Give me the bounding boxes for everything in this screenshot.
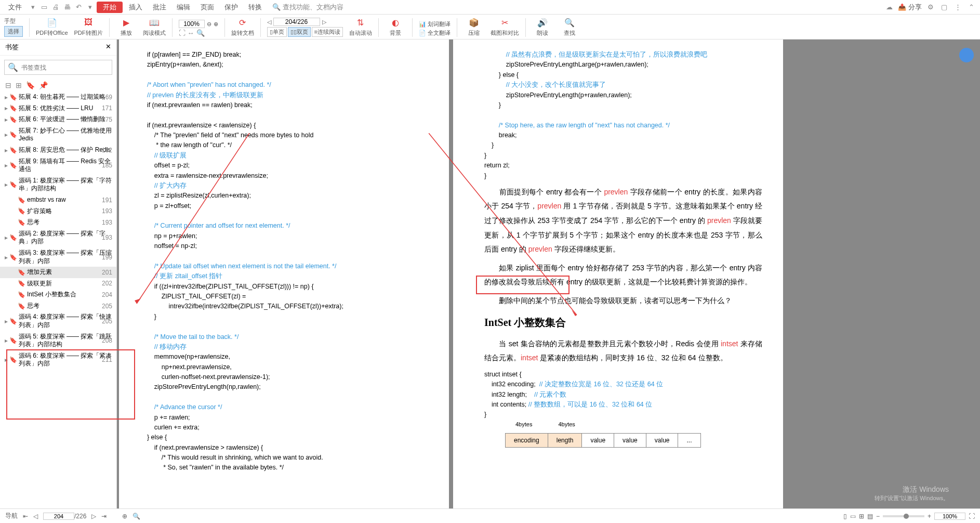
- window-icon[interactable]: ▢: [939, 3, 949, 12]
- expand-arrow-icon[interactable]: ▸: [3, 94, 9, 101]
- bookmark-item[interactable]: 🔖思考205: [0, 300, 116, 312]
- view4-icon[interactable]: ▤: [867, 513, 873, 520]
- page-input[interactable]: [273, 18, 320, 26]
- bookmark-item[interactable]: ▸🔖源码 6: 极度深寒 —— 探索「紧凑列表」内部211: [0, 350, 116, 370]
- first-page-icon[interactable]: ⇤: [23, 513, 28, 520]
- pin-icon[interactable]: 📌: [39, 81, 48, 89]
- expand-arrow-icon[interactable]: ▸: [3, 356, 9, 363]
- file-menu[interactable]: 文件: [4, 2, 26, 13]
- expand-arrow-icon[interactable]: ▸: [3, 116, 9, 123]
- fullscreen-icon[interactable]: ⛶: [969, 513, 975, 520]
- zoom-in-icon[interactable]: ⊕: [214, 21, 218, 28]
- double-page-button[interactable]: ▯▯双页: [288, 27, 311, 37]
- expand-arrow-icon[interactable]: ▸: [3, 104, 9, 112]
- bookmark-item[interactable]: ▸🔖源码 5: 极度深寒 —— 探索「跳跃列表」内部结构208: [0, 331, 116, 350]
- bookmark-item[interactable]: ▸🔖拓展 8: 居安思危 —— 保护 Redis182: [0, 145, 116, 156]
- zoom-in-status[interactable]: +: [928, 513, 931, 520]
- gear-icon[interactable]: ⚙: [926, 3, 935, 12]
- autoscroll-icon[interactable]: ⇅: [355, 17, 366, 28]
- zoom-out-icon[interactable]: ⊖: [207, 21, 211, 28]
- bookmark-item[interactable]: ▸🔖源码 3: 极度深寒 —— 探索「压缩列表」内部199: [0, 247, 116, 267]
- compress-icon[interactable]: 📦: [468, 17, 480, 28]
- last-page-icon[interactable]: ⇥: [101, 513, 107, 520]
- next-icon[interactable]: ▷: [91, 513, 96, 520]
- hand-tool-label[interactable]: 手型: [4, 17, 23, 25]
- add-icon[interactable]: ⊕: [122, 513, 127, 520]
- bookmark-icon[interactable]: 🔖: [26, 81, 35, 89]
- read-icon[interactable]: 🔊: [537, 17, 548, 28]
- bookmark-item[interactable]: 🔖扩容策略193: [0, 206, 116, 217]
- search-hint[interactable]: 🔍 查找功能、文档内容: [268, 3, 343, 12]
- mag-icon[interactable]: 🔍: [196, 29, 205, 37]
- bookmark-item[interactable]: ▸🔖拓展 7: 妙手仁心 —— 优雅地使用 Jedis: [0, 125, 116, 145]
- cloud-icon[interactable]: ☁: [884, 3, 894, 12]
- next-page-icon[interactable]: ▷: [322, 19, 326, 25]
- wordtrans-button[interactable]: 📊 划词翻译: [419, 20, 451, 28]
- insert-tab[interactable]: 插入: [125, 2, 147, 13]
- expand-arrow-icon[interactable]: ▸: [3, 254, 9, 261]
- bookmark-item[interactable]: 🔖思考193: [0, 217, 116, 228]
- review-tab[interactable]: 批注: [149, 2, 170, 13]
- edit-tab[interactable]: 编辑: [173, 2, 194, 13]
- zoom-input[interactable]: [179, 20, 205, 28]
- undo-icon[interactable]: ↶: [74, 3, 83, 12]
- save-icon[interactable]: 🖨: [51, 3, 60, 12]
- open-icon[interactable]: ▭: [39, 3, 49, 12]
- share-button[interactable]: 📤 分享: [898, 3, 922, 12]
- select-tool[interactable]: 选择: [4, 26, 23, 37]
- expand-arrow-icon[interactable]: ▸: [3, 234, 9, 241]
- width-icon[interactable]: ↔: [188, 29, 194, 37]
- bookmark-item[interactable]: 🔖级联更新202: [0, 278, 116, 290]
- expand-arrow-icon[interactable]: ▸: [3, 181, 9, 188]
- view2-icon[interactable]: ▭: [850, 513, 856, 520]
- expand-arrow-icon[interactable]: ▸: [3, 131, 9, 138]
- prev-page-icon[interactable]: ◁: [267, 19, 271, 25]
- zoom-slider[interactable]: [883, 515, 924, 517]
- view3-icon[interactable]: ⊞: [859, 513, 864, 520]
- bookmark-item[interactable]: ▸🔖拓展 4: 朝生暮死 —— 过期策略169: [0, 91, 116, 103]
- readmode-icon[interactable]: 📖: [149, 17, 160, 28]
- expand-arrow-icon[interactable]: ▸: [3, 162, 9, 169]
- zoom-out-status[interactable]: −: [876, 513, 880, 520]
- expand-arrow-icon[interactable]: ▸: [3, 337, 9, 344]
- bookmark-item[interactable]: 🔖增加元素201: [0, 267, 116, 278]
- print-icon[interactable]: 🖶: [62, 3, 72, 12]
- bookmark-item[interactable]: ▸🔖源码 1: 极度深寒 —— 探索「字符串」内部结构: [0, 175, 116, 194]
- bookmark-item[interactable]: ▸🔖拓展 5: 优胜劣汰 —— LRU171: [0, 103, 116, 114]
- zoom-status-icon[interactable]: 🔍: [133, 513, 140, 520]
- protect-tab[interactable]: 保护: [220, 2, 242, 13]
- crop-icon[interactable]: ✂: [499, 17, 511, 28]
- find-icon[interactable]: 🔍: [564, 17, 575, 28]
- page-tab[interactable]: 页面: [196, 2, 218, 13]
- more-icon[interactable]: ⋮: [953, 3, 962, 12]
- play-icon[interactable]: ▶: [121, 17, 132, 28]
- convert-tab[interactable]: 转换: [244, 2, 266, 13]
- status-page-input[interactable]: [43, 513, 74, 520]
- redo-icon[interactable]: ▾: [85, 3, 95, 12]
- bookmark-search-input[interactable]: [21, 64, 109, 71]
- bookmark-item[interactable]: ▸🔖拓展 9: 隔墙有耳 —— Redis 安全通信185: [0, 156, 116, 175]
- pdf-office-icon[interactable]: 📄: [46, 17, 58, 28]
- prev-icon[interactable]: ◁: [33, 513, 38, 520]
- bookmark-item[interactable]: 🔖IntSet 小整数集合204: [0, 289, 116, 300]
- rotate-icon[interactable]: ⟳: [237, 17, 248, 28]
- fulltrans-button[interactable]: 📄 全文翻译: [419, 29, 451, 37]
- close-sidebar-icon[interactable]: ✕: [105, 43, 111, 52]
- continuous-button[interactable]: ≡连续阅读: [312, 27, 343, 37]
- zoom-value[interactable]: [934, 513, 965, 520]
- start-tab[interactable]: 开始: [97, 2, 123, 13]
- view1-icon[interactable]: ▯: [843, 513, 847, 520]
- fit-icon[interactable]: ⛶: [179, 29, 186, 37]
- pdf-pic-icon[interactable]: 🖼: [83, 17, 94, 28]
- bookmark-item[interactable]: ▸🔖拓展 6: 平波缓进 —— 懒惰删除175: [0, 114, 116, 125]
- expand-icon[interactable]: ⌃: [966, 3, 976, 12]
- bg-icon[interactable]: ◐: [390, 17, 401, 28]
- expand-arrow-icon[interactable]: ▸: [3, 318, 9, 325]
- expand-arrow-icon[interactable]: ▸: [3, 147, 9, 154]
- float-assist-button[interactable]: [959, 48, 974, 62]
- bookmark-item[interactable]: 🔖embstr vs raw191: [0, 194, 116, 206]
- collapse-icon[interactable]: ⊟: [5, 81, 11, 89]
- expand-all-icon[interactable]: ⊞: [16, 81, 22, 89]
- bookmark-item[interactable]: ▸🔖源码 4: 极度深寒 —— 探索「快速列表」内部205: [0, 311, 116, 331]
- bookmark-item[interactable]: ▸🔖源码 2: 极度深寒 —— 探索「字典」内部193: [0, 228, 116, 247]
